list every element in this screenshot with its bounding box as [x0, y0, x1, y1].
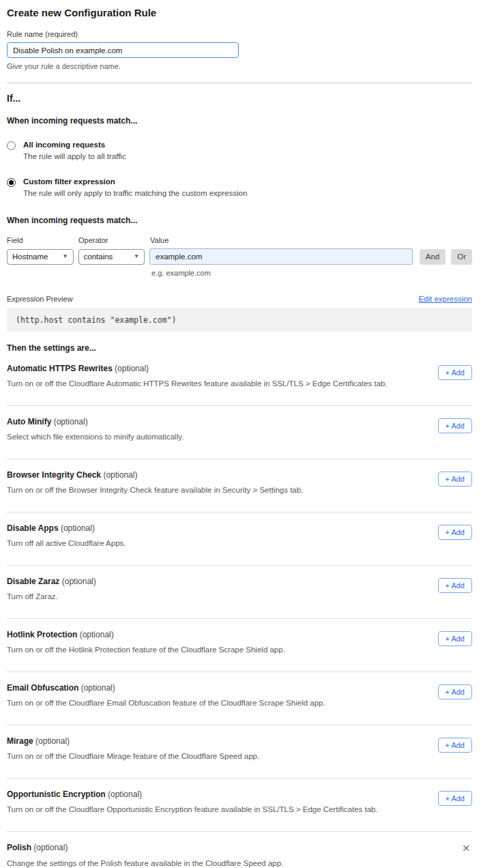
- setting-name: Email Obfuscation: [7, 683, 78, 693]
- setting-row: Email Obfuscation (optional) Turn on or …: [7, 672, 472, 707]
- match-heading: When incoming requests match...: [7, 116, 472, 126]
- value-helper: e.g. example.com: [151, 269, 472, 277]
- add-button[interactable]: + Add: [438, 365, 472, 380]
- setting-description: Turn off Zaraz.: [7, 592, 96, 601]
- setting-optional-suffix: (optional): [103, 470, 137, 480]
- setting-title: Automatic HTTPS Rewrites (optional): [7, 364, 388, 373]
- setting-name: Auto Minify: [7, 417, 51, 426]
- setting-name: Disable Apps: [7, 523, 59, 533]
- setting-optional-suffix: (optional): [115, 364, 149, 373]
- and-button[interactable]: And: [420, 249, 446, 265]
- polish-description: Change the settings of the Polish featur…: [7, 859, 472, 867]
- setting-description: Turn on or off the Hotlink Protection fe…: [7, 646, 285, 654]
- operator-label: Operator: [78, 236, 150, 244]
- value-input[interactable]: [149, 248, 413, 265]
- section-divider: [7, 83, 472, 83]
- rule-name-input[interactable]: [7, 42, 239, 58]
- create-configuration-rule-page: Create new Configuration Rule Rule name …: [0, 0, 481, 868]
- add-button[interactable]: + Add: [438, 418, 472, 433]
- edit-expression-link[interactable]: Edit expression: [418, 295, 472, 303]
- setting-description: Select which file extensions to minify a…: [7, 433, 184, 441]
- add-button[interactable]: + Add: [438, 738, 472, 753]
- page-title: Create new Configuration Rule: [7, 7, 472, 18]
- setting-optional-suffix: (optional): [108, 790, 142, 799]
- radio-label: Custom filter expression: [23, 177, 247, 186]
- then-heading: Then the settings are...: [7, 343, 472, 353]
- setting-name: Opportunistic Encryption: [7, 790, 106, 799]
- close-icon[interactable]: ✕: [462, 843, 470, 853]
- setting-description: Turn on or off the Cloudflare Mirage fea…: [7, 752, 259, 760]
- setting-row: Hotlink Protection (optional) Turn on or…: [7, 619, 472, 654]
- setting-name: Polish: [7, 843, 31, 852]
- setting-title: Browser Integrity Check (optional): [7, 470, 303, 480]
- add-button[interactable]: + Add: [438, 791, 472, 806]
- radio-description: The rule will apply to all traffic: [23, 152, 126, 160]
- add-button[interactable]: + Add: [438, 472, 472, 487]
- setting-description: Turn on or off the Cloudflare Opportunis…: [7, 805, 378, 813]
- if-heading: If...: [7, 93, 472, 104]
- polish-title: Polish (optional): [7, 843, 68, 852]
- setting-row: Opportunistic Encryption (optional) Turn…: [7, 779, 472, 813]
- expression-preview-label: Expression Preview: [7, 295, 73, 303]
- field-select[interactable]: Hostname ▼: [7, 249, 74, 265]
- radio-description: The rule will only apply to traffic matc…: [23, 189, 247, 197]
- setting-name: Hotlink Protection: [7, 630, 77, 639]
- add-button[interactable]: + Add: [438, 525, 472, 540]
- rule-name-helper: Give your rule a descriptive name.: [7, 62, 472, 70]
- setting-description: Turn on or off the Cloudflare Automatic …: [7, 379, 388, 388]
- value-label: Value: [150, 236, 169, 244]
- setting-title: Mirage (optional): [7, 736, 259, 746]
- setting-title: Disable Zaraz (optional): [7, 577, 96, 586]
- chevron-down-icon: ▼: [134, 254, 139, 259]
- setting-row: Mirage (optional) Turn on or off the Clo…: [7, 725, 472, 760]
- radio-custom-filter-expression[interactable]: Custom filter expression The rule will o…: [7, 177, 472, 197]
- setting-row: Disable Apps (optional) Turn off all act…: [7, 512, 472, 547]
- setting-optional-suffix: (optional): [54, 417, 88, 426]
- or-button[interactable]: Or: [451, 249, 472, 265]
- setting-title: Auto Minify (optional): [7, 417, 184, 426]
- setting-optional-suffix: (optional): [81, 683, 115, 693]
- expression-preview-code: (http.host contains "example.com"): [7, 308, 472, 332]
- radio-button-icon[interactable]: [7, 141, 16, 150]
- setting-description: Turn on or off the Browser Integrity Che…: [7, 486, 303, 494]
- setting-description: Turn on or off the Cloudflare Email Obfu…: [7, 699, 325, 707]
- radio-label: All incoming requests: [23, 141, 126, 149]
- setting-row: Auto Minify (optional) Select which file…: [7, 406, 472, 441]
- field-select-value: Hostname: [12, 252, 48, 261]
- add-button[interactable]: + Add: [438, 578, 472, 593]
- setting-row: Disable Zaraz (optional) Turn off Zaraz.…: [7, 566, 472, 601]
- setting-title: Email Obfuscation (optional): [7, 683, 325, 693]
- settings-list: Automatic HTTPS Rewrites (optional) Turn…: [7, 353, 472, 832]
- setting-name: Automatic HTTPS Rewrites: [7, 364, 113, 373]
- setting-row: Browser Integrity Check (optional) Turn …: [7, 459, 472, 494]
- builder-heading: When incoming requests match...: [7, 216, 472, 225]
- setting-description: Turn off all active Cloudflare Apps.: [7, 539, 126, 547]
- setting-name: Mirage: [7, 736, 33, 746]
- radio-button-icon[interactable]: [7, 178, 16, 187]
- setting-row: Automatic HTTPS Rewrites (optional) Turn…: [7, 353, 472, 388]
- add-button[interactable]: + Add: [438, 631, 472, 646]
- setting-optional-suffix: (optional): [62, 577, 96, 586]
- radio-all-incoming-requests[interactable]: All incoming requests The rule will appl…: [7, 141, 472, 160]
- setting-optional-suffix: (optional): [61, 523, 95, 533]
- polish-section: Polish (optional) ✕ Change the settings …: [7, 832, 472, 868]
- setting-optional-suffix: (optional): [33, 843, 68, 852]
- setting-name: Browser Integrity Check: [7, 470, 101, 480]
- operator-select-value: contains: [84, 252, 113, 261]
- field-label: Field: [7, 236, 78, 244]
- operator-select[interactable]: contains ▼: [78, 249, 145, 265]
- rule-name-label: Rule name (required): [7, 30, 472, 38]
- setting-name: Disable Zaraz: [7, 577, 59, 586]
- setting-title: Disable Apps (optional): [7, 523, 126, 533]
- add-button[interactable]: + Add: [438, 684, 472, 699]
- chevron-down-icon: ▼: [63, 254, 68, 259]
- setting-optional-suffix: (optional): [35, 736, 70, 746]
- setting-optional-suffix: (optional): [80, 630, 114, 639]
- setting-title: Opportunistic Encryption (optional): [7, 790, 378, 799]
- setting-title: Hotlink Protection (optional): [7, 630, 285, 639]
